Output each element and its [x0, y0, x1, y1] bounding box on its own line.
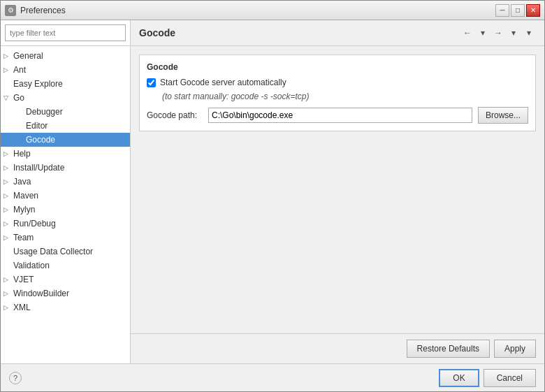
arrow-help: ▷: [3, 150, 13, 157]
sidebar-label-maven: Maven: [13, 191, 127, 201]
sidebar-item-general[interactable]: ▷ General: [1, 49, 130, 63]
back-button[interactable]: ←: [460, 26, 474, 40]
arrow-java: ▷: [3, 178, 13, 185]
sidebar: ▷ General ▷ Ant Easy Explore ▽ Go: [1, 20, 131, 363]
arrow-mylyn: ▷: [3, 206, 13, 213]
main-content: ▷ General ▷ Ant Easy Explore ▽ Go: [1, 20, 544, 363]
sidebar-label-editor: Editor: [26, 121, 127, 131]
sidebar-item-windowbuilder[interactable]: ▷ WindowBuilder: [1, 286, 130, 300]
gocode-path-label: Gocode path:: [147, 110, 203, 120]
dropdown-forward-icon: ▾: [511, 28, 516, 38]
sidebar-item-validation[interactable]: Validation: [1, 259, 130, 273]
sidebar-item-xml[interactable]: ▷ XML: [1, 300, 130, 314]
menu-button[interactable]: ▾: [522, 26, 536, 40]
cancel-button[interactable]: Cancel: [484, 369, 536, 387]
sidebar-label-run-debug: Run/Debug: [13, 219, 127, 228]
panel-content: Gocode Start Gocode server automatically…: [131, 46, 544, 333]
maximize-button[interactable]: □: [511, 4, 525, 17]
footer-left: ?: [9, 372, 22, 384]
browse-button[interactable]: Browse...: [478, 107, 528, 124]
arrow-xml: ▷: [3, 304, 13, 311]
sidebar-label-usage-data-collector: Usage Data Collector: [13, 247, 127, 256]
sidebar-label-go: Go: [13, 93, 127, 103]
sidebar-label-mylyn: Mylyn: [13, 205, 127, 215]
bottom-bar: Restore Defaults Apply: [131, 333, 544, 363]
arrow-install-update: ▷: [3, 164, 13, 171]
sidebar-item-install-update[interactable]: ▷ Install/Update: [1, 161, 130, 175]
sidebar-label-team: Team: [13, 233, 127, 242]
title-bar-left: ⚙ Preferences: [5, 5, 66, 16]
sidebar-label-help: Help: [13, 149, 127, 159]
minimize-button[interactable]: ─: [495, 4, 509, 17]
arrow-ant: ▷: [3, 66, 13, 73]
sidebar-label-install-update: Install/Update: [13, 163, 127, 173]
close-button[interactable]: ✕: [526, 4, 540, 17]
sidebar-label-java: Java: [13, 177, 127, 187]
gocode-section: Gocode Start Gocode server automatically…: [139, 55, 536, 131]
right-panel: Gocode ← ▾ → ▾ ▾: [131, 20, 544, 363]
panel-title: Gocode: [139, 27, 175, 38]
panel-header: Gocode ← ▾ → ▾ ▾: [131, 20, 544, 46]
arrow-run-debug: ▷: [3, 220, 13, 227]
footer-right: OK Cancel: [439, 369, 536, 387]
sidebar-item-vjet[interactable]: ▷ VJET: [1, 273, 130, 286]
arrow-windowbuilder: ▷: [3, 290, 13, 297]
arrow-maven: ▷: [3, 192, 13, 199]
sidebar-item-run-debug[interactable]: ▷ Run/Debug: [1, 217, 130, 231]
title-bar: ⚙ Preferences ─ □ ✕: [1, 1, 544, 20]
ok-button[interactable]: OK: [439, 369, 479, 387]
sidebar-label-validation: Validation: [13, 261, 127, 270]
apply-button[interactable]: Apply: [494, 340, 536, 358]
search-input[interactable]: [5, 24, 126, 41]
sidebar-item-usage-data-collector[interactable]: Usage Data Collector: [1, 245, 130, 259]
help-icon[interactable]: ?: [9, 372, 22, 384]
back-icon: ←: [463, 28, 472, 38]
sidebar-item-help[interactable]: ▷ Help: [1, 147, 130, 161]
sidebar-item-java[interactable]: ▷ Java: [1, 175, 130, 189]
search-box: [1, 20, 130, 46]
dropdown-back-button[interactable]: ▾: [476, 26, 490, 40]
sidebar-label-debugger: Debugger: [26, 107, 127, 117]
hint-text: (to start manually: gocode -s -sock=tcp): [162, 92, 528, 101]
sidebar-item-ant[interactable]: ▷ Ant: [1, 63, 130, 77]
footer-bar: ? OK Cancel: [1, 363, 544, 391]
arrow-vjet: ▷: [3, 276, 13, 283]
dropdown-back-icon: ▾: [481, 28, 485, 38]
section-title: Gocode: [147, 62, 528, 72]
preferences-window: ⚙ Preferences ─ □ ✕ ▷ General: [0, 0, 545, 392]
forward-icon: →: [494, 28, 502, 38]
gocode-path-input[interactable]: [208, 108, 472, 123]
sidebar-item-team[interactable]: ▷ Team: [1, 231, 130, 245]
menu-icon: ▾: [527, 28, 531, 38]
arrow-team: ▷: [3, 234, 13, 241]
gocode-path-row: Gocode path: Browse...: [147, 107, 528, 124]
sidebar-label-xml: XML: [13, 303, 127, 312]
sidebar-item-mylyn[interactable]: ▷ Mylyn: [1, 203, 130, 217]
title-buttons: ─ □ ✕: [495, 4, 540, 17]
window-icon: ⚙: [5, 5, 16, 16]
sidebar-item-editor[interactable]: Editor: [1, 119, 130, 133]
dropdown-forward-button[interactable]: ▾: [507, 26, 521, 40]
toolbar-icons: ← ▾ → ▾ ▾: [460, 26, 536, 40]
sidebar-item-easy-explore[interactable]: Easy Explore: [1, 77, 130, 91]
sidebar-label-easy-explore: Easy Explore: [13, 79, 127, 89]
sidebar-label-general: General: [13, 51, 127, 61]
sidebar-label-windowbuilder: WindowBuilder: [13, 289, 127, 298]
window-title: Preferences: [20, 6, 66, 15]
sidebar-label-gocode: Gocode: [26, 135, 127, 145]
sidebar-item-go[interactable]: ▽ Go: [1, 91, 130, 105]
sidebar-item-debugger[interactable]: Debugger: [1, 105, 130, 119]
tree: ▷ General ▷ Ant Easy Explore ▽ Go: [1, 46, 130, 363]
checkbox-label: Start Gocode server automatically: [160, 78, 286, 87]
arrow-general: ▷: [3, 52, 13, 59]
sidebar-item-maven[interactable]: ▷ Maven: [1, 189, 130, 203]
restore-defaults-button[interactable]: Restore Defaults: [407, 340, 490, 358]
forward-button[interactable]: →: [491, 26, 505, 40]
arrow-go: ▽: [3, 94, 13, 101]
sidebar-item-gocode[interactable]: Gocode: [1, 133, 130, 147]
sidebar-label-vjet: VJET: [13, 275, 127, 284]
checkbox-row: Start Gocode server automatically: [147, 78, 528, 87]
sidebar-label-ant: Ant: [13, 65, 127, 75]
auto-start-checkbox[interactable]: [147, 78, 156, 87]
